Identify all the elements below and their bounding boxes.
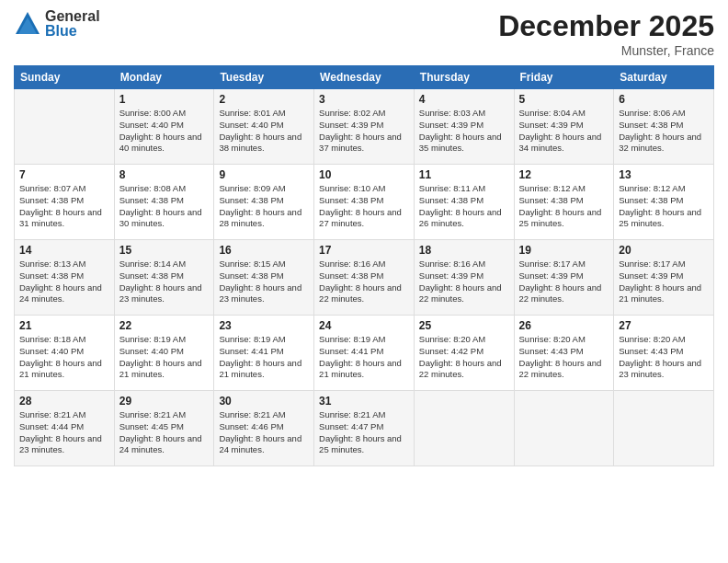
day-info: Sunrise: 8:02 AMSunset: 4:39 PMDaylight:… xyxy=(319,108,409,155)
day-info: Sunrise: 8:07 AMSunset: 4:38 PMDaylight:… xyxy=(19,183,109,230)
header-tuesday: Tuesday xyxy=(214,66,314,89)
day-cell: 1Sunrise: 8:00 AMSunset: 4:40 PMDaylight… xyxy=(114,89,214,165)
day-cell xyxy=(514,391,614,466)
day-info: Sunrise: 8:17 AMSunset: 4:39 PMDaylight:… xyxy=(519,259,609,305)
day-number: 9 xyxy=(219,168,309,181)
header-sunday: Sunday xyxy=(15,66,115,89)
header-saturday: Saturday xyxy=(614,66,714,89)
day-info: Sunrise: 8:21 AMSunset: 4:44 PMDaylight:… xyxy=(19,409,109,456)
day-cell: 27Sunrise: 8:20 AMSunset: 4:43 PMDayligh… xyxy=(614,316,714,391)
day-cell: 23Sunrise: 8:19 AMSunset: 4:41 PMDayligh… xyxy=(214,316,314,391)
day-info: Sunrise: 8:11 AMSunset: 4:38 PMDaylight:… xyxy=(419,183,509,230)
header: General Blue December 2025 Munster, Fran… xyxy=(14,9,714,58)
weekday-header-row: Sunday Monday Tuesday Wednesday Thursday… xyxy=(15,66,714,89)
day-number: 19 xyxy=(519,244,609,257)
day-number: 8 xyxy=(119,168,210,181)
day-number: 4 xyxy=(419,93,509,106)
logo-text: General Blue xyxy=(45,9,100,39)
day-number: 26 xyxy=(519,319,609,332)
header-wednesday: Wednesday xyxy=(314,66,415,89)
day-number: 30 xyxy=(219,395,309,408)
day-cell: 30Sunrise: 8:21 AMSunset: 4:46 PMDayligh… xyxy=(214,391,314,466)
day-number: 10 xyxy=(319,168,409,181)
day-number: 21 xyxy=(19,319,109,332)
day-info: Sunrise: 8:21 AMSunset: 4:47 PMDaylight:… xyxy=(319,409,409,456)
day-cell: 11Sunrise: 8:11 AMSunset: 4:38 PMDayligh… xyxy=(414,165,514,240)
day-info: Sunrise: 8:09 AMSunset: 4:38 PMDaylight:… xyxy=(219,183,309,230)
day-cell: 9Sunrise: 8:09 AMSunset: 4:38 PMDaylight… xyxy=(214,165,314,240)
day-cell: 26Sunrise: 8:20 AMSunset: 4:43 PMDayligh… xyxy=(514,316,614,391)
day-number: 5 xyxy=(519,93,609,106)
day-number: 12 xyxy=(519,168,609,181)
day-number: 7 xyxy=(19,168,109,181)
day-info: Sunrise: 8:14 AMSunset: 4:38 PMDaylight:… xyxy=(119,259,210,305)
day-info: Sunrise: 8:00 AMSunset: 4:40 PMDaylight:… xyxy=(119,108,210,155)
day-cell: 21Sunrise: 8:18 AMSunset: 4:40 PMDayligh… xyxy=(15,316,115,391)
day-number: 13 xyxy=(619,168,709,181)
week-row-2: 7Sunrise: 8:07 AMSunset: 4:38 PMDaylight… xyxy=(15,165,714,240)
day-info: Sunrise: 8:12 AMSunset: 4:38 PMDaylight:… xyxy=(619,183,709,230)
day-number: 14 xyxy=(19,244,109,257)
day-info: Sunrise: 8:19 AMSunset: 4:41 PMDaylight:… xyxy=(319,334,409,381)
logo-blue-label: Blue xyxy=(45,24,100,39)
day-cell: 13Sunrise: 8:12 AMSunset: 4:38 PMDayligh… xyxy=(614,165,714,240)
day-cell: 5Sunrise: 8:04 AMSunset: 4:39 PMDaylight… xyxy=(514,89,614,165)
day-cell: 7Sunrise: 8:07 AMSunset: 4:38 PMDaylight… xyxy=(15,165,115,240)
day-number: 20 xyxy=(619,244,709,257)
header-thursday: Thursday xyxy=(414,66,514,89)
day-info: Sunrise: 8:01 AMSunset: 4:40 PMDaylight:… xyxy=(219,108,309,155)
header-friday: Friday xyxy=(514,66,614,89)
day-cell: 4Sunrise: 8:03 AMSunset: 4:39 PMDaylight… xyxy=(414,89,514,165)
logo-icon xyxy=(14,10,41,38)
day-info: Sunrise: 8:21 AMSunset: 4:45 PMDaylight:… xyxy=(119,409,210,456)
day-info: Sunrise: 8:20 AMSunset: 4:43 PMDaylight:… xyxy=(619,334,709,381)
day-cell: 18Sunrise: 8:16 AMSunset: 4:39 PMDayligh… xyxy=(414,240,514,316)
day-cell xyxy=(15,89,115,165)
week-row-4: 21Sunrise: 8:18 AMSunset: 4:40 PMDayligh… xyxy=(15,316,714,391)
day-number: 1 xyxy=(119,93,210,106)
day-number: 23 xyxy=(219,319,309,332)
day-number: 22 xyxy=(119,319,210,332)
day-number: 6 xyxy=(619,93,709,106)
day-cell: 31Sunrise: 8:21 AMSunset: 4:47 PMDayligh… xyxy=(314,391,415,466)
day-cell: 6Sunrise: 8:06 AMSunset: 4:38 PMDaylight… xyxy=(614,89,714,165)
month-title: December 2025 xyxy=(498,9,714,43)
calendar-page: General Blue December 2025 Munster, Fran… xyxy=(0,0,728,563)
day-info: Sunrise: 8:19 AMSunset: 4:40 PMDaylight:… xyxy=(119,334,210,381)
day-cell: 25Sunrise: 8:20 AMSunset: 4:42 PMDayligh… xyxy=(414,316,514,391)
day-number: 28 xyxy=(19,395,109,408)
week-row-5: 28Sunrise: 8:21 AMSunset: 4:44 PMDayligh… xyxy=(15,391,714,466)
day-cell: 29Sunrise: 8:21 AMSunset: 4:45 PMDayligh… xyxy=(114,391,214,466)
day-info: Sunrise: 8:15 AMSunset: 4:38 PMDaylight:… xyxy=(219,259,309,305)
week-row-3: 14Sunrise: 8:13 AMSunset: 4:38 PMDayligh… xyxy=(15,240,714,316)
day-info: Sunrise: 8:12 AMSunset: 4:38 PMDaylight:… xyxy=(519,183,609,230)
week-row-1: 1Sunrise: 8:00 AMSunset: 4:40 PMDaylight… xyxy=(15,89,714,165)
day-cell: 24Sunrise: 8:19 AMSunset: 4:41 PMDayligh… xyxy=(314,316,415,391)
day-info: Sunrise: 8:08 AMSunset: 4:38 PMDaylight:… xyxy=(119,183,210,230)
logo-general-label: General xyxy=(45,9,100,24)
day-number: 3 xyxy=(319,93,409,106)
calendar-table: Sunday Monday Tuesday Wednesday Thursday… xyxy=(14,65,714,466)
day-cell: 3Sunrise: 8:02 AMSunset: 4:39 PMDaylight… xyxy=(314,89,415,165)
day-info: Sunrise: 8:21 AMSunset: 4:46 PMDaylight:… xyxy=(219,409,309,456)
header-monday: Monday xyxy=(114,66,214,89)
day-info: Sunrise: 8:03 AMSunset: 4:39 PMDaylight:… xyxy=(419,108,509,155)
day-cell xyxy=(614,391,714,466)
day-info: Sunrise: 8:16 AMSunset: 4:39 PMDaylight:… xyxy=(419,259,509,305)
day-cell: 16Sunrise: 8:15 AMSunset: 4:38 PMDayligh… xyxy=(214,240,314,316)
day-cell xyxy=(414,391,514,466)
day-info: Sunrise: 8:19 AMSunset: 4:41 PMDaylight:… xyxy=(219,334,309,381)
day-number: 29 xyxy=(119,395,210,408)
day-info: Sunrise: 8:20 AMSunset: 4:42 PMDaylight:… xyxy=(419,334,509,381)
day-info: Sunrise: 8:06 AMSunset: 4:38 PMDaylight:… xyxy=(619,108,709,155)
logo: General Blue xyxy=(14,9,100,39)
day-number: 16 xyxy=(219,244,309,257)
day-info: Sunrise: 8:16 AMSunset: 4:38 PMDaylight:… xyxy=(319,259,409,305)
day-cell: 15Sunrise: 8:14 AMSunset: 4:38 PMDayligh… xyxy=(114,240,214,316)
day-cell: 10Sunrise: 8:10 AMSunset: 4:38 PMDayligh… xyxy=(314,165,415,240)
day-cell: 20Sunrise: 8:17 AMSunset: 4:39 PMDayligh… xyxy=(614,240,714,316)
day-number: 31 xyxy=(319,395,409,408)
day-number: 17 xyxy=(319,244,409,257)
title-section: December 2025 Munster, France xyxy=(498,9,714,58)
day-cell: 12Sunrise: 8:12 AMSunset: 4:38 PMDayligh… xyxy=(514,165,614,240)
